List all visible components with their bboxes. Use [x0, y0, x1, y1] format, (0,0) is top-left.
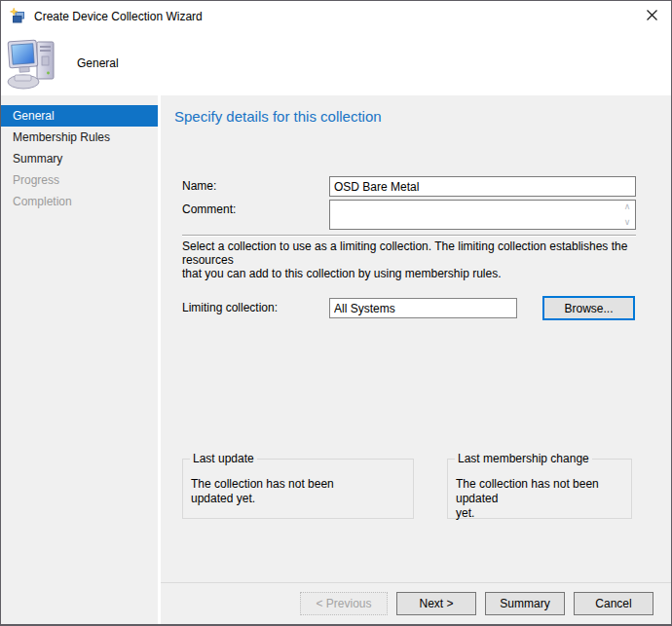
browse-button[interactable]: Browse... [542, 296, 635, 320]
previous-button: < Previous [300, 592, 388, 615]
name-label: Name: [182, 176, 216, 197]
last-update-title: Last update [190, 453, 257, 465]
wizard-steps-sidebar: General Membership Rules Summary Progres… [1, 95, 158, 624]
footer-separator [161, 582, 671, 583]
last-membership-change-groupbox: Last membership change The collection ha… [447, 459, 632, 519]
main-pane: Specify details for this collection Name… [161, 95, 671, 624]
limiting-collection-description: Select a collection to use as a limiting… [182, 239, 659, 280]
comment-label: Comment: [182, 200, 236, 220]
close-button[interactable] [632, 1, 671, 31]
collection-wizard-icon [10, 8, 26, 24]
last-update-text: The collection has not been updated yet. [191, 477, 405, 506]
wizard-header: General [1, 31, 671, 95]
footer-button-row: < Previous Next > Summary Cancel [300, 592, 653, 615]
sidebar-item-general[interactable]: General [1, 105, 158, 127]
sidebar-item-progress: Progress [1, 169, 158, 191]
header-step-label: General [77, 31, 119, 95]
window-title: Create Device Collection Wizard [34, 10, 203, 23]
last-update-groupbox: Last update The collection has not been … [182, 459, 414, 519]
computer-icon [7, 35, 61, 92]
sidebar-item-completion: Completion [1, 191, 158, 212]
page-title: Specify details for this collection [174, 108, 382, 125]
sidebar-item-membership-rules[interactable]: Membership Rules [1, 127, 158, 148]
comment-field-frame: ∧ ∨ [329, 200, 636, 230]
section-separator [182, 235, 636, 237]
close-icon [646, 8, 658, 25]
next-button[interactable]: Next > [396, 592, 476, 615]
create-device-collection-wizard-window: Create Device Collection Wizard [0, 0, 672, 626]
cancel-button[interactable]: Cancel [574, 592, 653, 615]
comment-scroll-down-icon[interactable]: ∨ [620, 218, 634, 227]
name-input[interactable] [329, 176, 636, 197]
comment-scroll-up-icon[interactable]: ∧ [620, 203, 634, 211]
comment-input[interactable] [330, 201, 635, 229]
sidebar-item-summary[interactable]: Summary [1, 148, 158, 169]
limiting-collection-label: Limiting collection: [182, 298, 278, 318]
titlebar: Create Device Collection Wizard [1, 1, 671, 31]
last-membership-change-text: The collection has not been updated yet. [456, 477, 623, 521]
limiting-collection-input[interactable] [329, 298, 517, 318]
summary-button[interactable]: Summary [485, 592, 565, 615]
last-membership-change-title: Last membership change [455, 453, 592, 465]
